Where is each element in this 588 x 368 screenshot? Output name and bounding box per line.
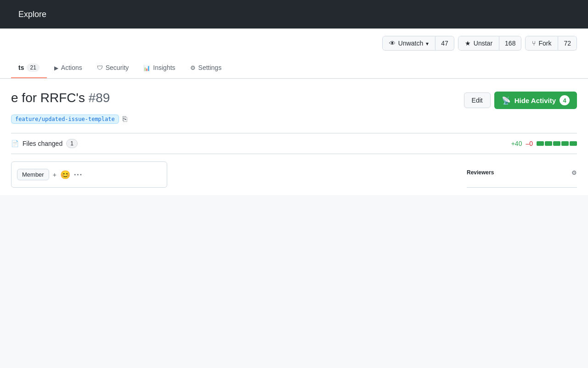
repo-header: Unwatch 47 Unstar 168 Fork 72 ts 21 xyxy=(0,29,588,79)
shield-icon xyxy=(97,64,103,71)
broadcast-icon xyxy=(502,96,511,105)
explore-link[interactable]: Explore xyxy=(18,10,46,19)
copy-branch-icon[interactable] xyxy=(123,115,127,123)
unwatch-count[interactable]: 47 xyxy=(435,36,454,51)
unstar-count[interactable]: 168 xyxy=(499,36,521,51)
pr-title: e for RRFC's #89 xyxy=(11,90,110,106)
reviewers-gear-icon[interactable] xyxy=(571,169,577,176)
more-symbol: ··· xyxy=(74,171,83,178)
sidebar-reviewers-header: Reviewers xyxy=(467,169,577,176)
branch-name: feature/updated-issue-template xyxy=(11,115,119,124)
diff-segment-1 xyxy=(537,141,544,146)
fork-group: Fork 72 xyxy=(525,36,577,51)
comment-controls: Member + 😊 ··· xyxy=(11,161,167,188)
additions-count: +40 xyxy=(511,140,522,147)
tab-pulls-badge: 21 xyxy=(27,63,39,72)
files-changed-left: Files changed 1 xyxy=(11,139,78,148)
play-icon xyxy=(54,64,58,71)
tab-pulls[interactable]: ts 21 xyxy=(11,58,47,78)
emoji-symbol: 😊 xyxy=(60,170,70,179)
pr-title-text: e for RRFC's xyxy=(11,91,85,105)
pr-title-actions: Edit Hide Activity 4 xyxy=(464,92,577,109)
unwatch-button[interactable]: Unwatch xyxy=(382,36,435,51)
pr-title-bar: e for RRFC's #89 Edit Hide Activity 4 xyxy=(11,90,577,109)
tab-security-label: Security xyxy=(106,64,129,71)
fork-label: Fork xyxy=(538,40,551,47)
member-button[interactable]: Member xyxy=(17,169,49,180)
sidebar: Reviewers xyxy=(467,161,577,188)
diff-segment-3 xyxy=(553,141,560,146)
tab-insights-label: Insights xyxy=(153,64,175,71)
tab-insights[interactable]: Insights xyxy=(136,58,182,78)
deletions-count: –0 xyxy=(526,140,533,147)
fork-icon xyxy=(532,40,536,47)
bottom-section: Member + 😊 ··· Reviewers xyxy=(11,154,577,195)
files-count-badge: 1 xyxy=(66,139,78,148)
top-navigation: Explore xyxy=(0,0,588,29)
tab-actions-label: Actions xyxy=(61,64,82,71)
spacer xyxy=(175,161,459,188)
plus-icon: + xyxy=(53,171,57,178)
tab-settings-label: Settings xyxy=(198,64,222,71)
pr-number: #89 xyxy=(89,91,110,105)
more-options-button[interactable]: ··· xyxy=(74,171,83,179)
unwatch-label: Unwatch xyxy=(398,40,423,47)
unwatch-group: Unwatch 47 xyxy=(382,36,454,51)
unstar-button[interactable]: Unstar xyxy=(458,36,499,51)
files-changed-bar: Files changed 1 +40 –0 xyxy=(11,133,577,154)
files-changed-right: +40 –0 xyxy=(511,140,577,147)
hide-activity-label: Hide Activity xyxy=(514,97,556,104)
fork-button[interactable]: Fork xyxy=(525,36,558,51)
emoji-button[interactable]: 😊 xyxy=(60,170,70,180)
hide-activity-button[interactable]: Hide Activity 4 xyxy=(494,92,577,109)
tab-security[interactable]: Security xyxy=(90,58,136,78)
gear-icon xyxy=(190,64,196,71)
repo-actions-bar: Unwatch 47 Unstar 168 Fork 72 xyxy=(11,36,577,58)
chevron-down-icon xyxy=(426,40,429,47)
branch-info: feature/updated-issue-template xyxy=(11,115,577,124)
unstar-label: Unstar xyxy=(474,40,492,47)
edit-button[interactable]: Edit xyxy=(464,92,491,108)
sidebar-reviewers-section: Reviewers xyxy=(467,161,577,188)
fork-count[interactable]: 72 xyxy=(558,36,577,51)
files-changed-label: Files changed xyxy=(23,140,62,147)
eye-icon xyxy=(389,40,396,47)
file-diff-icon xyxy=(11,140,19,147)
main-content: e for RRFC's #89 Edit Hide Activity 4 fe… xyxy=(0,79,588,195)
tab-pulls-label: ts xyxy=(18,64,24,71)
tab-actions[interactable]: Actions xyxy=(47,58,90,78)
diff-bar xyxy=(537,141,577,146)
star-icon xyxy=(465,40,471,47)
sidebar-reviewers-title: Reviewers xyxy=(467,169,494,176)
diff-segment-4 xyxy=(561,141,569,146)
diff-segment-2 xyxy=(545,141,552,146)
diff-segment-5 xyxy=(570,141,577,146)
bar-chart-icon xyxy=(143,64,150,71)
unstar-group: Unstar 168 xyxy=(458,36,522,51)
tab-settings[interactable]: Settings xyxy=(183,58,229,78)
activity-count-badge: 4 xyxy=(560,95,570,105)
repo-tabs: ts 21 Actions Security Insights Settings xyxy=(11,58,577,78)
